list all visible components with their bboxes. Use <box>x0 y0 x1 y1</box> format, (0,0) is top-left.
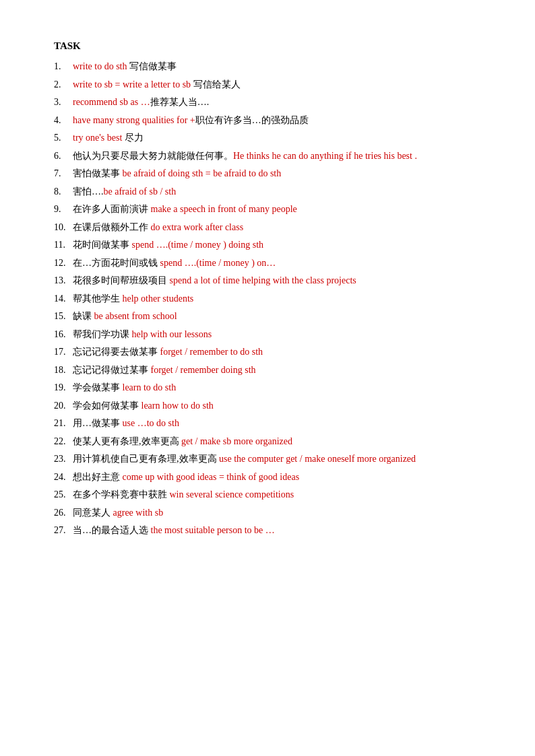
list-item: 9. 在许多人面前演讲 make a speech in front of ma… <box>54 201 481 218</box>
item-content: 学会如何做某事 learn how to do sth <box>73 398 214 415</box>
list-item: 25. 在多个学科竞赛中获胜 win several science compe… <box>54 487 481 504</box>
item-content: 在课后做额外工作 do extra work after class <box>73 219 243 236</box>
list-item: 7. 害怕做某事 be afraid of doing sth = be afr… <box>54 166 481 182</box>
item-content: recommend sb as …推荐某人当…. <box>73 94 209 111</box>
page-container: TASK 1. write to do sth 写信做某事 2. write t… <box>54 40 481 539</box>
item-content: 帮其他学生 help other students <box>73 291 193 308</box>
item-content: have many strong qualities for +职位有许多当…的… <box>73 112 309 129</box>
list-item: 21. 用…做某事 use …to do sth <box>54 415 481 432</box>
item-content: 当…的最合适人选 the most suitable person to be … <box>73 522 275 539</box>
item-content: 在多个学科竞赛中获胜 win several science competiti… <box>73 487 294 504</box>
item-number: 14. <box>54 291 73 308</box>
item-content: 忘记记得做过某事 forget / remember doing sth <box>73 362 256 379</box>
item-content: 用…做某事 use …to do sth <box>73 415 179 432</box>
list-item: 3. recommend sb as …推荐某人当…. <box>54 94 481 111</box>
item-content: 花很多时间帮班级项目 spend a lot of time helping w… <box>73 273 356 289</box>
list-item: 1. write to do sth 写信做某事 <box>54 59 481 75</box>
list-item: 8. 害怕….be afraid of sb / sth <box>54 184 481 201</box>
list-item: 12. 在…方面花时间或钱 spend ….(time / money ) on… <box>54 255 481 272</box>
item-content: 花时间做某事 spend ….(time / money ) doing sth <box>73 237 263 254</box>
item-content: 害怕….be afraid of sb / sth <box>73 184 176 201</box>
item-number: 23. <box>54 451 73 468</box>
task-title: TASK <box>54 40 481 52</box>
item-number: 1. <box>54 59 73 75</box>
item-number: 24. <box>54 469 73 486</box>
item-number: 6. <box>54 148 73 165</box>
item-number: 12. <box>54 255 73 272</box>
list-item: 18. 忘记记得做过某事 forget / remember doing sth <box>54 362 481 379</box>
list-item: 16. 帮我们学功课 help with our lessons <box>54 327 481 343</box>
item-number: 10. <box>54 219 73 236</box>
item-number: 3. <box>54 94 73 111</box>
item-content: 害怕做某事 be afraid of doing sth = be afraid… <box>73 166 281 182</box>
item-number: 26. <box>54 505 73 522</box>
list-item: 4. have many strong qualities for +职位有许多… <box>54 112 481 129</box>
item-content: 同意某人 agree with sb <box>73 505 163 522</box>
item-content: 帮我们学功课 help with our lessons <box>73 327 212 343</box>
item-number: 27. <box>54 522 73 539</box>
list-item: 19. 学会做某事 learn to do sth <box>54 380 481 397</box>
item-number: 25. <box>54 487 73 504</box>
list-item: 15. 缺课 be absent from school <box>54 308 481 325</box>
item-number: 17. <box>54 344 73 361</box>
item-content: 忘记记得要去做某事 forget / remember to do sth <box>73 344 263 361</box>
item-number: 7. <box>54 166 73 182</box>
list-item: 17. 忘记记得要去做某事 forget / remember to do st… <box>54 344 481 361</box>
item-number: 4. <box>54 112 73 129</box>
item-content: write to sb = write a letter to sb 写信给某人 <box>73 77 241 94</box>
list-item: 20. 学会如何做某事 learn how to do sth <box>54 398 481 415</box>
list-item: 2. write to sb = write a letter to sb 写信… <box>54 77 481 94</box>
item-content: 想出好主意 come up with good ideas = think of… <box>73 469 299 486</box>
item-content: 在许多人面前演讲 make a speech in front of many … <box>73 201 297 218</box>
item-number: 13. <box>54 273 73 289</box>
item-number: 21. <box>54 415 73 432</box>
item-content: write to do sth 写信做某事 <box>73 59 177 75</box>
item-number: 16. <box>54 327 73 343</box>
item-number: 8. <box>54 184 73 201</box>
item-content: 在…方面花时间或钱 spend ….(time / money ) on… <box>73 255 276 272</box>
list-item: 26. 同意某人 agree with sb <box>54 505 481 522</box>
list-item: 24. 想出好主意 come up with good ideas = thin… <box>54 469 481 486</box>
item-number: 5. <box>54 130 73 147</box>
item-number: 20. <box>54 398 73 415</box>
list-item: 22. 使某人更有条理,效率更高 get / make sb more orga… <box>54 434 481 450</box>
item-content: 他认为只要尽最大努力就能做任何事。He thinks he can do any… <box>73 148 417 165</box>
list-item: 6. 他认为只要尽最大努力就能做任何事。He thinks he can do … <box>54 148 481 165</box>
item-content: 学会做某事 learn to do sth <box>73 380 176 397</box>
item-number: 19. <box>54 380 73 397</box>
item-content: 使某人更有条理,效率更高 get / make sb more organize… <box>73 434 292 450</box>
task-list: 1. write to do sth 写信做某事 2. write to sb … <box>54 59 481 539</box>
item-number: 2. <box>54 77 73 94</box>
item-content: 用计算机使自己更有条理,效率更高 use the computer get / … <box>73 451 416 468</box>
list-item: 11. 花时间做某事 spend ….(time / money ) doing… <box>54 237 481 254</box>
item-number: 11. <box>54 237 73 254</box>
item-number: 9. <box>54 201 73 218</box>
list-item: 27. 当…的最合适人选 the most suitable person to… <box>54 522 481 539</box>
item-number: 18. <box>54 362 73 379</box>
item-content: try one's best 尽力 <box>73 130 144 147</box>
list-item: 13. 花很多时间帮班级项目 spend a lot of time helpi… <box>54 273 481 289</box>
list-item: 14. 帮其他学生 help other students <box>54 291 481 308</box>
list-item: 23. 用计算机使自己更有条理,效率更高 use the computer ge… <box>54 451 481 468</box>
list-item: 10. 在课后做额外工作 do extra work after class <box>54 219 481 236</box>
item-number: 15. <box>54 308 73 325</box>
list-item: 5. try one's best 尽力 <box>54 130 481 147</box>
item-number: 22. <box>54 434 73 450</box>
item-content: 缺课 be absent from school <box>73 308 177 325</box>
